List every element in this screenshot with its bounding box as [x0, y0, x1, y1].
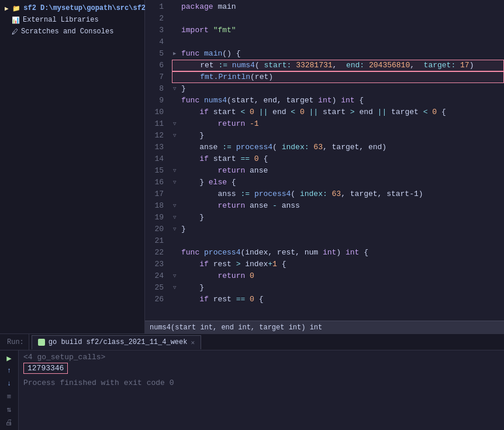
code-line-22: func process4(index, rest, num int) int …: [173, 247, 504, 259]
code-line-2: [173, 13, 504, 25]
run-up-button[interactable]: ↑: [4, 366, 15, 376]
run-setup-line: <4 go_setup_calls>: [23, 353, 499, 362]
gutter-20: ▽: [173, 223, 181, 235]
code-line-12: ▽ }: [173, 130, 504, 142]
run-result-container: 12793346: [23, 363, 499, 376]
code-line-16: ▽ } else {: [173, 177, 504, 188]
code-content: 12345 678910 1112131415 1617181920 21222…: [145, 0, 504, 321]
code-line-23: if rest > index+1 {: [173, 259, 504, 270]
code-line-15: ▽ return anse: [173, 165, 504, 177]
gutter-5: ▶: [173, 48, 181, 60]
code-line-25: ▽ }: [173, 282, 504, 294]
code-line-9: func nums4(start, end, target int) int {: [173, 95, 504, 106]
run-output: <4 go_setup_calls> 12793346 Process fini…: [19, 350, 504, 430]
code-line-11: ▽ return -1: [173, 118, 504, 130]
sidebar-external-label: External Libraries: [23, 16, 99, 24]
run-label: Run:: [2, 334, 29, 350]
code-line-6: ret := nums4( start: 33281731, end: 2043…: [172, 60, 504, 71]
run-play-button[interactable]: ▶: [4, 353, 15, 363]
line-numbers: 12345 678910 1112131415 1617181920 21222…: [145, 0, 168, 321]
gutter-25: ▽: [173, 282, 181, 294]
run-body: ▶ ↑ ↓ ≡ ⇅ 🖨 <4 go_setup_calls> 12793346 …: [0, 350, 504, 430]
code-line-7: fmt.Println(ret): [172, 71, 504, 83]
code-line-14: if start == 0 {: [173, 153, 504, 165]
gutter-16: ▽: [173, 177, 181, 188]
run-down-button[interactable]: ↓: [4, 379, 15, 389]
folder-icon: ▶ 📁: [5, 5, 20, 12]
console-icon: 🖊: [12, 28, 18, 36]
gutter-12: ▽: [173, 130, 181, 142]
code-line-21: [173, 235, 504, 247]
gutter-18: ▽: [173, 200, 181, 212]
run-print-button[interactable]: 🖨: [4, 417, 15, 428]
run-align-button[interactable]: ⇅: [4, 404, 15, 415]
run-tab-icon: [38, 339, 45, 346]
code-area: 12345 678910 1112131415 1617181920 21222…: [145, 0, 504, 333]
run-tab-bar: Run: go build sf2/class_2021_11_4_week ✕: [0, 334, 504, 350]
code-line-19: ▽ }: [173, 212, 504, 223]
run-tab-close[interactable]: ✕: [191, 339, 195, 346]
sidebar-scratches-label: Scratches and Consoles: [21, 27, 113, 36]
run-layout-button[interactable]: ≡: [4, 391, 15, 402]
run-tab[interactable]: go build sf2/class_2021_11_4_week ✕: [32, 335, 201, 349]
status-tooltip: nums4(start int, end int, target int) in…: [145, 321, 504, 333]
code-line-20: ▽ }: [173, 223, 504, 235]
code-line-18: ▽ return anse - anss: [173, 200, 504, 212]
gutter-19: ▽: [173, 212, 181, 223]
editor: 12345 678910 1112131415 1617181920 21222…: [145, 0, 504, 333]
sidebar: ▶ 📁 sf2 D:\mysetup\gopath\src\sf2 📊 Exte…: [0, 0, 145, 333]
code-line-1: package main: [173, 1, 504, 13]
gutter-11: ▽: [173, 118, 181, 130]
run-exit-line: Process finished with exit code 0: [23, 379, 499, 387]
code-line-5: ▶ func main() {: [173, 48, 504, 60]
sidebar-item-external-libraries[interactable]: 📊 External Libraries: [0, 14, 144, 26]
sidebar-item-scratches[interactable]: 🖊 Scratches and Consoles: [0, 26, 144, 37]
code-line-13: anse := process4( index: 63, target, end…: [173, 142, 504, 153]
sidebar-item-root[interactable]: ▶ 📁 sf2 D:\mysetup\gopath\src\sf2: [0, 2, 144, 14]
gutter-24: ▽: [173, 270, 181, 282]
code-lines: package main import "fmt": [168, 0, 504, 321]
library-icon: 📊: [12, 16, 20, 24]
gutter-15: ▽: [173, 165, 181, 177]
code-line-17: anss := process4( index: 63, target, sta…: [173, 188, 504, 200]
run-panel: Run: go build sf2/class_2021_11_4_week ✕…: [0, 333, 504, 430]
gutter-8: ▽: [173, 83, 181, 95]
code-line-8: ▽ }: [173, 83, 504, 95]
code-line-26: if rest == 0 {: [173, 294, 504, 305]
sidebar-root-label: sf2 D:\mysetup\gopath\src\sf2: [23, 4, 146, 12]
code-line-4: [173, 36, 504, 48]
run-sidebar: ▶ ↑ ↓ ≡ ⇅ 🖨: [0, 350, 19, 430]
code-line-24: ▽ return 0: [173, 270, 504, 282]
code-line-3: import "fmt": [173, 25, 504, 36]
code-line-10: if start < 0 || end < 0 || start > end |…: [173, 106, 504, 118]
status-tooltip-text: nums4(start int, end int, target int) in…: [150, 324, 322, 332]
run-result-box: 12793346: [23, 363, 68, 374]
run-tab-label: go build sf2/class_2021_11_4_week: [49, 338, 188, 346]
